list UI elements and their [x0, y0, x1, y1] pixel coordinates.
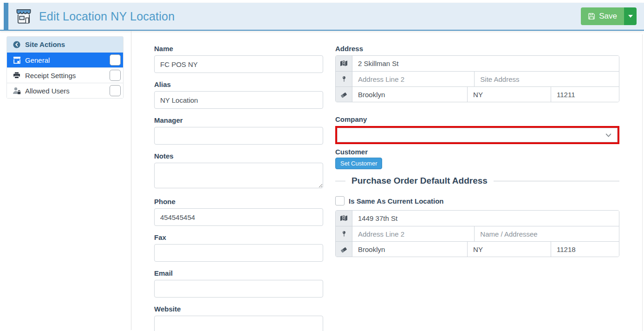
- map-pin-icon: [336, 226, 352, 241]
- sidebar-item-checkbox[interactable]: [110, 85, 121, 96]
- sidebar: Site Actions General Receipt: [7, 36, 124, 99]
- po-addressee-input[interactable]: [475, 226, 548, 241]
- sidebar-item-receipt-settings[interactable]: Receipt Settings: [7, 67, 123, 83]
- eraser-icon: [336, 242, 352, 257]
- manager-input[interactable]: [154, 127, 323, 145]
- address-group: [335, 55, 619, 102]
- back-circle-icon: [12, 41, 22, 48]
- po-street-cell: [352, 211, 619, 226]
- address-line2-input[interactable]: [352, 72, 474, 86]
- city-input[interactable]: [352, 87, 467, 102]
- form-right-column: Address: [335, 45, 619, 331]
- po-zip-cell: [551, 242, 619, 257]
- content-area: Site Actions General Receipt: [0, 31, 644, 330]
- same-as-label: Is Same As Current Location: [349, 197, 444, 205]
- same-as-checkbox[interactable]: [335, 196, 345, 205]
- sidebar-item-checkbox[interactable]: [110, 70, 121, 81]
- storefront-icon: [15, 9, 33, 24]
- alias-input[interactable]: [154, 91, 323, 109]
- save-split-button: Save: [581, 7, 637, 25]
- company-highlight-box: [335, 126, 619, 144]
- eraser-icon: [336, 87, 352, 102]
- address-line1-input[interactable]: [352, 56, 619, 71]
- header-main: Edit Location NY Location Save: [8, 3, 644, 30]
- city-cell: [352, 87, 467, 102]
- map-marked-icon: [336, 211, 352, 226]
- po-address-row-street: [336, 211, 619, 226]
- fax-input[interactable]: [154, 244, 323, 262]
- user-lock-icon: [12, 87, 22, 94]
- email-field: Email: [154, 269, 323, 298]
- po-address-row-city: [336, 241, 619, 257]
- website-input[interactable]: [154, 316, 323, 331]
- save-dropdown-button[interactable]: [624, 7, 637, 25]
- company-select[interactable]: [337, 128, 618, 142]
- notes-label: Notes: [154, 152, 323, 160]
- po-address-line1-input[interactable]: [352, 211, 619, 226]
- state-input[interactable]: [468, 87, 551, 102]
- address-row-city: [336, 86, 619, 102]
- section-line-right: [494, 181, 619, 181]
- email-label: Email: [154, 269, 323, 277]
- address-label: Address: [335, 45, 619, 53]
- form-left-column: Name Alias Manager Notes Phone Fax: [154, 45, 323, 331]
- notes-textarea[interactable]: [154, 163, 323, 188]
- printer-icon: [12, 72, 22, 79]
- fax-label: Fax: [154, 233, 323, 241]
- email-input[interactable]: [154, 280, 323, 298]
- po-address-group: [335, 210, 619, 257]
- sidebar-item-label: General: [25, 56, 50, 64]
- manager-label: Manager: [154, 116, 323, 124]
- po-section-header: Purchase Order Default Address: [335, 176, 619, 186]
- state-cell: [467, 87, 551, 102]
- sidebar-header-label: Site Actions: [25, 40, 65, 48]
- po-city-input[interactable]: [352, 242, 467, 257]
- site-address-input[interactable]: [475, 72, 619, 86]
- scrollbar-track-edge: [642, 34, 643, 331]
- name-field: Name: [154, 45, 323, 73]
- po-city-cell: [352, 242, 467, 257]
- po-addressee-cell: [474, 226, 619, 241]
- sidebar-item-checkbox[interactable]: [110, 54, 121, 66]
- page-title: Edit Location NY Location: [39, 10, 175, 23]
- phone-field: Phone: [154, 198, 323, 226]
- address-row-street: [336, 56, 619, 71]
- po-zip-input[interactable]: [551, 242, 619, 257]
- save-icon: [588, 13, 595, 20]
- website-label: Website: [154, 305, 323, 313]
- alias-field: Alias: [154, 80, 323, 109]
- site-address-cell: [474, 72, 619, 86]
- po-state-input[interactable]: [468, 242, 551, 257]
- line2-cell: [352, 72, 474, 86]
- fax-field: Fax: [154, 233, 323, 262]
- po-address-line2-input[interactable]: [352, 226, 474, 241]
- save-button-label: Save: [599, 12, 617, 21]
- po-section-title: Purchase Order Default Address: [351, 176, 488, 186]
- name-input[interactable]: [154, 55, 323, 73]
- map-pin-icon: [336, 72, 352, 86]
- same-as-row: Is Same As Current Location: [335, 196, 619, 205]
- sidebar-item-general[interactable]: General: [7, 52, 123, 67]
- name-label: Name: [154, 45, 323, 53]
- page-header: Edit Location NY Location Save: [0, 3, 644, 31]
- section-line-left: [335, 181, 345, 181]
- customer-label: Customer: [335, 148, 619, 156]
- phone-input[interactable]: [154, 208, 323, 226]
- po-line2-cell: [352, 226, 474, 241]
- caret-down-icon: [628, 15, 633, 18]
- street-cell: [352, 56, 619, 71]
- alias-label: Alias: [154, 80, 323, 88]
- sidebar-header-site-actions[interactable]: Site Actions: [7, 37, 123, 52]
- company-label: Company: [335, 115, 619, 123]
- sidebar-item-allowed-users[interactable]: Allowed Users: [7, 83, 123, 98]
- chevron-down-icon: [605, 131, 612, 139]
- po-address-row-line2: [336, 226, 619, 241]
- notes-field: Notes: [154, 152, 323, 190]
- zip-input[interactable]: [551, 87, 619, 102]
- header-accent-bar: [4, 3, 8, 30]
- website-field: Website: [154, 305, 323, 331]
- po-state-cell: [467, 242, 551, 257]
- sidebar-item-label: Receipt Settings: [25, 72, 76, 79]
- set-customer-button[interactable]: Set Customer: [335, 158, 382, 169]
- save-button[interactable]: Save: [581, 7, 624, 25]
